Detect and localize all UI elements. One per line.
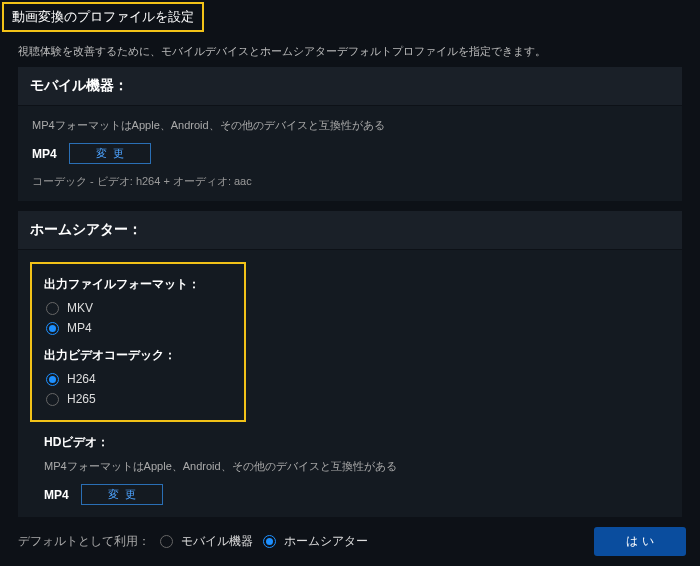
mobile-desc: MP4フォーマットはApple、Android、その他のデバイスと互換性がある	[32, 118, 668, 133]
dialog-title: 動画変換のプロファイルを設定	[2, 2, 204, 32]
radio-icon	[46, 393, 59, 406]
theater-section-body: 出力ファイルフォーマット： MKV MP4 出力ビデオコーデック： H264	[18, 250, 682, 542]
mobile-change-button[interactable]: 変更	[69, 143, 151, 164]
hd-video-desc: MP4フォーマットはApple、Android、その他のデバイスと互換性がある	[44, 459, 668, 474]
radio-label: H264	[67, 372, 96, 386]
output-codec-label: 出力ビデオコーデック：	[44, 347, 232, 364]
output-format-label: 出力ファイルフォーマット：	[44, 276, 232, 293]
dialog-footer: デフォルトとして利用： モバイル機器 ホームシアター はい	[0, 517, 700, 566]
radio-label: MP4	[67, 321, 92, 335]
settings-panel: モバイル機器： MP4フォーマットはApple、Android、その他のデバイス…	[18, 67, 682, 542]
mobile-codec-line: コーデック - ビデオ: h264 + オーディオ: aac	[32, 174, 668, 189]
default-use-label: デフォルトとして利用：	[18, 533, 150, 550]
radio-label: ホームシアター	[284, 533, 368, 550]
radio-icon	[160, 535, 173, 548]
hd-video-header: HDビデオ：	[44, 434, 668, 451]
radio-icon	[46, 322, 59, 335]
radio-default-mobile[interactable]: モバイル機器	[160, 533, 253, 550]
hd-format-label: MP4	[44, 488, 69, 502]
radio-icon	[46, 373, 59, 386]
mobile-format-row: MP4 変更	[32, 143, 668, 164]
radio-h264[interactable]: H264	[46, 372, 232, 386]
mobile-format-label: MP4	[32, 147, 57, 161]
hd-change-button[interactable]: 変更	[81, 484, 163, 505]
radio-icon	[263, 535, 276, 548]
radio-mp4[interactable]: MP4	[46, 321, 232, 335]
hd-format-row: MP4 変更	[44, 484, 668, 505]
radio-label: モバイル機器	[181, 533, 253, 550]
yes-button[interactable]: はい	[594, 527, 686, 556]
theater-section-header: ホームシアター：	[18, 211, 682, 249]
radio-label: H265	[67, 392, 96, 406]
settings-dialog: 動画変換のプロファイルを設定 視聴体験を改善するために、モバイルデバイスとホーム…	[0, 0, 700, 566]
radio-icon	[46, 302, 59, 315]
hd-video-sub: HDビデオ： MP4フォーマットはApple、Android、その他のデバイスと…	[32, 434, 668, 530]
radio-default-theater[interactable]: ホームシアター	[263, 533, 368, 550]
mobile-section-header: モバイル機器：	[18, 67, 682, 105]
dialog-subtitle: 視聴体験を改善するために、モバイルデバイスとホームシアターデフォルトプロファイル…	[0, 32, 700, 67]
theater-highlight-box: 出力ファイルフォーマット： MKV MP4 出力ビデオコーデック： H264	[30, 262, 246, 422]
mobile-section-body: MP4フォーマットはApple、Android、その他のデバイスと互換性がある …	[18, 106, 682, 201]
radio-mkv[interactable]: MKV	[46, 301, 232, 315]
radio-h265[interactable]: H265	[46, 392, 232, 406]
radio-label: MKV	[67, 301, 93, 315]
